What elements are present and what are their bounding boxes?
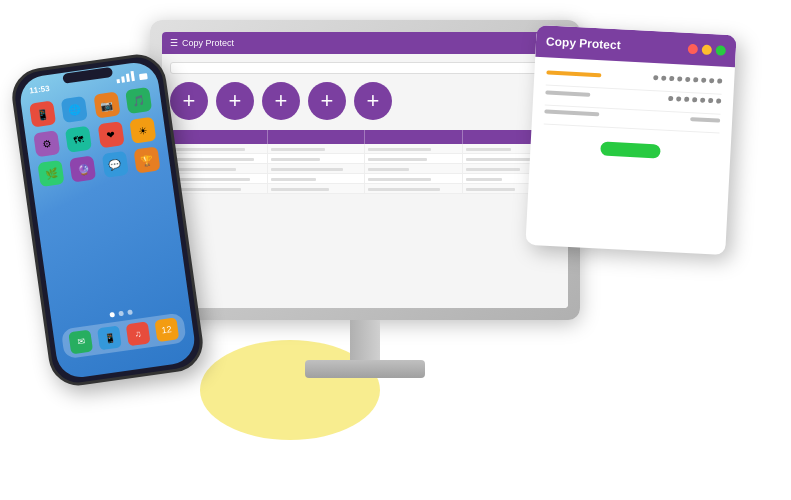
table-cell — [268, 154, 366, 163]
col-header-2 — [268, 130, 366, 144]
label-gray-1 — [545, 90, 590, 96]
monitor-title-icon: ☰ — [170, 38, 178, 48]
password-field-2 — [668, 96, 721, 104]
page-dot — [118, 311, 124, 317]
table-cell — [268, 174, 366, 183]
phone-apps-grid: 📱 🌐 📷 🎵 ⚙ 🗺 ❤ ☀ 🌿 🔮 💬 🏆 — [20, 80, 171, 194]
table-cell — [170, 174, 268, 183]
password-field-1 — [653, 75, 722, 84]
confirm-button[interactable] — [600, 141, 661, 158]
monitor-stand-base — [305, 360, 425, 378]
table-cell — [365, 144, 463, 153]
popup-row-1 — [546, 69, 722, 83]
add-button-5[interactable]: + — [354, 82, 392, 120]
col-header-3 — [365, 130, 463, 144]
app-icon[interactable]: 🌿 — [37, 160, 64, 187]
phone-dock: ✉ 📱 ♫ 12 — [61, 312, 187, 359]
minimize-button-icon[interactable] — [702, 45, 713, 56]
main-scene: 11:53 📱 🌐 📷 🎵 ⚙ 🗺 ❤ ☀ — [0, 0, 791, 500]
pw-dot — [661, 76, 666, 81]
close-button-icon[interactable] — [688, 44, 699, 55]
monitor-content: + + + + + — [162, 54, 568, 308]
add-button-1[interactable]: + — [170, 82, 208, 120]
dock-icon-music[interactable]: ♫ — [126, 321, 151, 346]
dock-icon-phone[interactable]: 📱 — [97, 325, 122, 350]
popup-content — [530, 57, 735, 174]
pw-dot — [709, 78, 714, 83]
phone-time: 11:53 — [29, 83, 51, 95]
monitor-stand-neck — [350, 320, 380, 360]
table-row — [170, 184, 560, 194]
monitor-title: Copy Protect — [182, 38, 234, 48]
plus-buttons-row: + + + + + — [170, 82, 560, 120]
add-button-2[interactable]: + — [216, 82, 254, 120]
page-dot — [109, 312, 115, 318]
table-cell — [268, 184, 366, 193]
page-dot — [127, 310, 133, 316]
pw-dot — [684, 97, 689, 102]
traffic-lights — [688, 44, 726, 56]
address-bar[interactable] — [170, 62, 560, 74]
app-icon[interactable]: 🔮 — [69, 155, 96, 182]
app-icon[interactable]: 💬 — [101, 151, 128, 178]
app-icon[interactable]: 📱 — [29, 100, 56, 127]
pw-dot — [692, 97, 697, 102]
table-row — [170, 164, 560, 174]
app-icon[interactable]: ❤ — [97, 121, 124, 148]
app-icon[interactable]: 🗺 — [65, 126, 92, 153]
app-icon[interactable]: 📷 — [93, 91, 120, 118]
table-row — [170, 154, 560, 164]
table-cell — [170, 144, 268, 153]
pw-dot — [717, 78, 722, 83]
table-cell — [170, 184, 268, 193]
divider — [544, 123, 720, 133]
add-button-3[interactable]: + — [262, 82, 300, 120]
table-cell — [365, 174, 463, 183]
col-header-1 — [170, 130, 268, 144]
table-cell — [365, 184, 463, 193]
pw-dot — [676, 96, 681, 101]
maximize-button-icon[interactable] — [716, 45, 727, 56]
pw-dot — [669, 76, 674, 81]
pw-dot — [716, 98, 721, 103]
pw-dot — [693, 77, 698, 82]
app-icon[interactable]: ⚙ — [33, 130, 60, 157]
table-row — [170, 174, 560, 184]
monitor-titlebar: ☰ Copy Protect — [162, 32, 568, 54]
pw-dot — [700, 98, 705, 103]
button-container — [542, 138, 718, 161]
popup-window: Copy Protect — [525, 25, 736, 255]
monitor-screen-outer: ☰ Copy Protect + + + + + — [150, 20, 580, 320]
monitor-screen: ☰ Copy Protect + + + + + — [162, 32, 568, 308]
pw-dot — [708, 98, 713, 103]
table-cell — [365, 164, 463, 173]
add-button-4[interactable]: + — [308, 82, 346, 120]
pw-dot — [701, 78, 706, 83]
app-icon[interactable]: ☀ — [129, 117, 156, 144]
app-icon[interactable]: 🌐 — [61, 96, 88, 123]
table-cell — [268, 164, 366, 173]
label-gray-2 — [544, 109, 599, 116]
popup-title: Copy Protect — [546, 34, 621, 52]
pw-dot — [653, 75, 658, 80]
table-cell — [268, 144, 366, 153]
label-orange — [546, 70, 601, 77]
table-cell — [170, 164, 268, 173]
app-icon[interactable]: 🎵 — [125, 87, 152, 114]
pw-dot — [685, 77, 690, 82]
table-row — [170, 144, 560, 154]
pw-dot — [668, 96, 673, 101]
table-header — [170, 130, 560, 144]
app-icon[interactable]: 🏆 — [133, 146, 160, 173]
table-cell — [365, 154, 463, 163]
dock-icon-messages[interactable]: ✉ — [69, 329, 94, 354]
data-table — [170, 130, 560, 194]
monitor-device: ☰ Copy Protect + + + + + — [150, 20, 580, 400]
phone-page-dots — [109, 310, 132, 318]
label-gray-3 — [690, 117, 720, 123]
table-cell — [170, 154, 268, 163]
dock-icon-calendar[interactable]: 12 — [154, 317, 179, 342]
pw-dot — [677, 76, 682, 81]
